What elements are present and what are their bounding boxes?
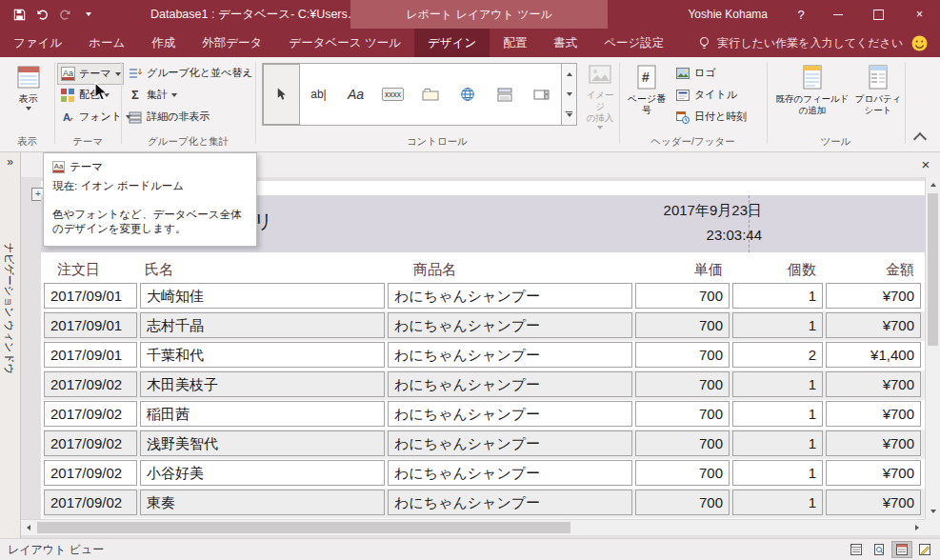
scroll-up-button[interactable] bbox=[926, 177, 940, 192]
table-cell[interactable]: 700 bbox=[635, 430, 730, 456]
tab-control-button[interactable] bbox=[411, 64, 449, 125]
themes-button[interactable]: Aa テーマ bbox=[57, 63, 124, 85]
table-cell[interactable]: ¥700 bbox=[826, 460, 921, 486]
tab-external-data[interactable]: 外部データ bbox=[189, 29, 275, 57]
scroll-down-button[interactable] bbox=[926, 504, 940, 519]
colors-button[interactable]: 配色 bbox=[57, 85, 112, 105]
tab-page-setup[interactable]: ページ設定 bbox=[590, 29, 677, 57]
help-button[interactable]: ? bbox=[785, 0, 817, 29]
table-cell[interactable]: 2017/09/02 bbox=[44, 401, 137, 427]
table-cell[interactable]: 700 bbox=[635, 312, 730, 338]
table-cell[interactable]: 1 bbox=[732, 312, 823, 338]
subform-control-button[interactable] bbox=[486, 64, 523, 125]
table-cell[interactable]: 2017/09/02 bbox=[44, 460, 137, 486]
hyperlink-control-button[interactable] bbox=[449, 64, 486, 125]
horizontal-scroll-thumb[interactable] bbox=[37, 522, 570, 533]
hide-details-button[interactable]: 詳細の非表示 bbox=[125, 107, 212, 127]
table-cell[interactable]: わにちゃんシャンプー bbox=[388, 490, 632, 515]
table-cell[interactable]: 700 bbox=[635, 371, 730, 397]
qat-customize-button[interactable] bbox=[78, 4, 98, 25]
table-cell[interactable]: 1 bbox=[732, 430, 823, 456]
date-time-button[interactable]: 日付と時刻 bbox=[672, 107, 750, 127]
table-cell[interactable]: ¥700 bbox=[826, 430, 921, 456]
textbox-control-button[interactable]: ab| bbox=[300, 64, 337, 125]
page-number-button[interactable]: # ページ番号 bbox=[625, 61, 669, 147]
table-cell[interactable]: 2017/09/02 bbox=[44, 430, 137, 456]
table-cell[interactable]: 浅野美智代 bbox=[140, 430, 385, 456]
logo-button[interactable]: ロゴ bbox=[672, 63, 719, 83]
vertical-scroll-thumb[interactable] bbox=[928, 193, 938, 346]
column-header-amount[interactable]: 金額 bbox=[826, 255, 921, 282]
table-cell[interactable]: 1 bbox=[732, 460, 823, 486]
table-cell[interactable]: わにちゃんシャンプー bbox=[388, 460, 632, 486]
table-cell[interactable]: ¥700 bbox=[826, 312, 921, 338]
close-button[interactable]: × bbox=[899, 0, 940, 29]
gallery-scroll-down-button[interactable] bbox=[562, 84, 576, 104]
tab-file[interactable]: ファイル bbox=[0, 29, 75, 57]
column-header-quantity[interactable]: 個数 bbox=[732, 255, 823, 282]
table-cell[interactable]: 2017/09/02 bbox=[44, 371, 137, 397]
collapse-ribbon-button[interactable] bbox=[913, 132, 927, 146]
gallery-more-button[interactable] bbox=[562, 105, 576, 125]
tab-home[interactable]: ホーム bbox=[75, 29, 138, 57]
gallery-scroll-up-button[interactable] bbox=[562, 64, 576, 84]
tab-design[interactable]: デザイン bbox=[414, 29, 490, 57]
table-cell[interactable]: 大崎知佳 bbox=[140, 283, 385, 309]
table-cell[interactable]: 2017/09/02 bbox=[44, 490, 137, 515]
scroll-right-button[interactable] bbox=[910, 520, 925, 535]
print-preview-button[interactable] bbox=[869, 541, 890, 558]
table-cell[interactable]: わにちゃんシャンプー bbox=[388, 401, 632, 427]
column-header-name[interactable]: 氏名 bbox=[140, 255, 385, 282]
maximize-button[interactable] bbox=[858, 0, 899, 29]
table-cell[interactable]: わにちゃんシャンプー bbox=[388, 371, 632, 397]
table-cell[interactable]: 2017/09/01 bbox=[44, 312, 137, 338]
tab-create[interactable]: 作成 bbox=[138, 29, 189, 57]
report-time[interactable]: 23:03:44 bbox=[707, 227, 762, 243]
vertical-scrollbar[interactable] bbox=[925, 177, 940, 519]
add-existing-fields-button[interactable]: 既存のフィールド の追加 bbox=[773, 61, 851, 147]
column-header-product[interactable]: 商品名 bbox=[388, 255, 632, 282]
table-cell[interactable]: 1 bbox=[732, 401, 823, 427]
table-cell[interactable]: ¥700 bbox=[826, 401, 921, 427]
table-cell[interactable]: ¥1,400 bbox=[826, 342, 921, 368]
table-cell[interactable]: 2017/09/01 bbox=[44, 342, 137, 368]
table-cell[interactable]: わにちゃんシャンプー bbox=[388, 342, 632, 368]
tab-format[interactable]: 書式 bbox=[540, 29, 590, 57]
table-cell[interactable]: わにちゃんシャンプー bbox=[388, 283, 632, 309]
tab-arrange[interactable]: 配置 bbox=[490, 29, 540, 57]
table-cell[interactable]: 700 bbox=[635, 283, 730, 309]
table-cell[interactable]: 小谷好美 bbox=[140, 460, 385, 486]
table-cell[interactable]: わにちゃんシャンプー bbox=[388, 430, 632, 456]
horizontal-scrollbar[interactable] bbox=[21, 519, 925, 535]
table-cell[interactable]: 志村千晶 bbox=[140, 312, 385, 338]
property-sheet-button[interactable]: プロパティ シート bbox=[853, 61, 903, 147]
minimize-button[interactable] bbox=[817, 0, 858, 29]
column-header-order-date[interactable]: 注文日 bbox=[44, 255, 137, 282]
button-control-button[interactable]: xxxx bbox=[374, 64, 411, 125]
table-cell[interactable]: 1 bbox=[732, 371, 823, 397]
table-cell[interactable]: ¥700 bbox=[826, 371, 921, 397]
fonts-button[interactable]: A フォント bbox=[57, 107, 134, 127]
select-pointer-button[interactable] bbox=[263, 64, 300, 125]
table-cell[interactable]: 700 bbox=[635, 401, 730, 427]
table-cell[interactable]: 東奏 bbox=[140, 490, 385, 515]
label-control-button[interactable]: Aa bbox=[337, 64, 374, 125]
expand-nav-pane-chevron[interactable]: » bbox=[0, 155, 20, 169]
table-cell[interactable]: 木田美枝子 bbox=[140, 371, 385, 397]
view-button[interactable]: 表示 bbox=[7, 61, 50, 147]
group-sort-button[interactable]: グループ化と並べ替え bbox=[125, 63, 256, 83]
undo-button[interactable] bbox=[32, 4, 52, 25]
column-header-unit-price[interactable]: 単価 bbox=[635, 255, 730, 282]
layout-view-button[interactable] bbox=[891, 541, 912, 558]
table-cell[interactable]: 2017/09/01 bbox=[44, 283, 137, 309]
table-cell[interactable]: 700 bbox=[635, 342, 730, 368]
tab-database-tools[interactable]: データベース ツール bbox=[275, 29, 414, 57]
close-document-button[interactable]: × bbox=[916, 154, 935, 173]
title-button[interactable]: タイトル bbox=[672, 85, 740, 105]
report-view-button[interactable] bbox=[846, 541, 867, 558]
table-cell[interactable]: 700 bbox=[635, 490, 730, 515]
feedback-button[interactable] bbox=[911, 29, 928, 57]
table-cell[interactable]: 1 bbox=[732, 283, 823, 309]
table-cell[interactable]: わにちゃんシャンプー bbox=[388, 312, 632, 338]
table-cell[interactable]: 1 bbox=[732, 490, 823, 515]
